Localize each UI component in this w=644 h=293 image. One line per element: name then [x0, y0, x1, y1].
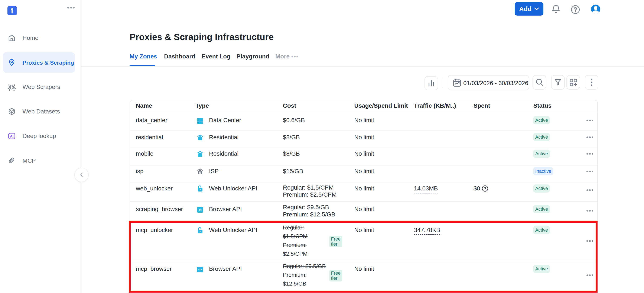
- svg-text:?: ?: [484, 186, 486, 191]
- svg-text:</>: </>: [198, 209, 202, 211]
- svg-text:s: s: [200, 171, 201, 174]
- svg-text:AI: AI: [10, 134, 14, 138]
